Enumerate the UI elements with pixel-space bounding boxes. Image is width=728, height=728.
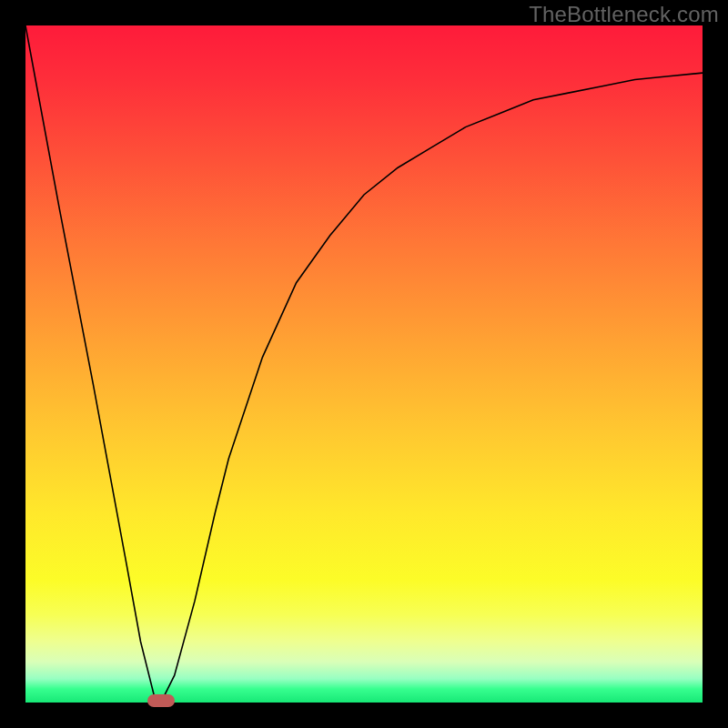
bottleneck-curve bbox=[25, 25, 703, 703]
minimum-marker bbox=[147, 694, 175, 707]
chart-frame: TheBottleneck.com bbox=[0, 0, 728, 728]
watermark-text: TheBottleneck.com bbox=[529, 2, 719, 27]
plot-area bbox=[25, 25, 703, 703]
curve-path bbox=[25, 25, 703, 703]
